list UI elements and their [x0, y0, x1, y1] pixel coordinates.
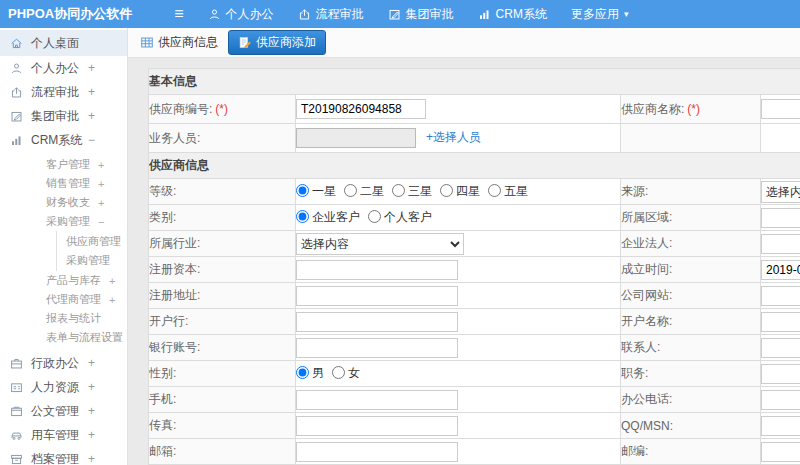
sidebar-item-process-approval[interactable]: 流程审批+	[0, 80, 127, 104]
topnav-label: 个人办公	[226, 6, 274, 23]
field-label: 所属区域:	[621, 210, 672, 224]
select-person-link[interactable]: +选择人员	[426, 130, 481, 144]
expand-toggle[interactable]: +	[88, 380, 95, 394]
tab-supplier-add[interactable]: 供应商添加	[228, 30, 326, 55]
field-label: 公司网站:	[621, 288, 672, 302]
expand-toggle[interactable]: +	[88, 404, 95, 418]
gender-radio[interactable]	[296, 366, 309, 379]
website-input[interactable]	[761, 286, 800, 306]
mobile-input[interactable]	[296, 390, 458, 410]
main-area: 供应商信息 供应商添加 基本信息供应商编号:(*)供应商名称:(*)业务人员:+…	[128, 28, 800, 465]
sidebar-subitem-purchase-mgmt-sub[interactable]: 采购管理	[57, 251, 127, 270]
expand-toggle[interactable]: +	[88, 452, 95, 465]
sidebar-item-personal-office[interactable]: 个人办公+	[0, 56, 127, 80]
level-radio-option[interactable]: 四星	[440, 184, 480, 198]
industry-select[interactable]: 选择内容	[296, 233, 464, 255]
car-icon	[10, 429, 24, 442]
sidebar-item-document-mgmt[interactable]: 公文管理+	[0, 399, 127, 423]
topnav-group-approval[interactable]: 集团审批	[388, 6, 454, 23]
sidebar-subitem-sales-mgmt[interactable]: 销售管理+	[0, 174, 127, 193]
expand-toggle[interactable]: +	[88, 85, 95, 99]
tab-supplier-info[interactable]: 供应商信息	[140, 34, 218, 51]
sidebar-subitem-supplier-mgmt[interactable]: 供应商管理	[57, 232, 127, 251]
sidebar-item-admin-office[interactable]: 行政办公+	[0, 351, 127, 375]
category-radio[interactable]	[296, 210, 309, 223]
level-radio-option[interactable]: 五星	[488, 184, 528, 198]
sidebar-subitem-agent-mgmt[interactable]: 代理商管理+	[0, 290, 127, 309]
topnav-crm-system[interactable]: CRM系统	[478, 6, 547, 23]
expand-toggle[interactable]: +	[88, 428, 95, 442]
office-phone-input[interactable]	[761, 390, 800, 410]
level-radio[interactable]	[344, 184, 357, 197]
section-title-cell: 供应商信息	[149, 153, 800, 179]
expand-toggle[interactable]: +	[88, 356, 95, 370]
sidebar-subitem-finance[interactable]: 财务收支+	[0, 193, 127, 212]
expand-toggle[interactable]: +	[88, 61, 95, 75]
sidebar-subitem-reports-stats[interactable]: 报表与统计	[0, 309, 127, 328]
qq-msn-input[interactable]	[761, 416, 800, 436]
bank-account-input[interactable]	[296, 338, 458, 358]
region-input[interactable]	[761, 208, 800, 228]
field-label: 注册资本:	[149, 262, 200, 276]
level-radio-option[interactable]: 二星	[344, 184, 384, 198]
level-radio[interactable]	[488, 184, 501, 197]
expand-toggle[interactable]: +	[98, 159, 104, 171]
position-input[interactable]	[761, 364, 800, 384]
topnav-process-approval[interactable]: 流程审批	[298, 6, 364, 23]
menu-toggle-icon[interactable]: ≡	[174, 6, 183, 22]
level-radio[interactable]	[392, 184, 405, 197]
email-input[interactable]	[296, 442, 458, 462]
sidebar-subitem-customer-mgmt[interactable]: 客户管理+	[0, 155, 127, 174]
topnav-more-apps[interactable]: 更多应用▾	[571, 6, 629, 23]
category-radio[interactable]	[368, 210, 381, 223]
level-radio[interactable]	[440, 184, 453, 197]
expand-toggle[interactable]: −	[98, 216, 104, 228]
archive-icon	[10, 453, 24, 465]
source-select[interactable]: 选择内容	[761, 181, 800, 203]
gender-radio-option[interactable]: 男	[296, 366, 324, 380]
form-section-header: 供应商信息	[149, 153, 800, 179]
expand-toggle[interactable]: +	[98, 197, 104, 209]
top-nav: 个人办公流程审批集团审批CRM系统更多应用▾	[184, 6, 629, 23]
bank-branch-input[interactable]	[296, 312, 458, 332]
expand-toggle[interactable]: +	[88, 109, 95, 123]
sidebar-item-hr[interactable]: 人力资源+	[0, 375, 127, 399]
gender-radio-option[interactable]: 女	[332, 366, 360, 380]
topnav-personal-office[interactable]: 个人办公	[208, 6, 274, 23]
supplier-name-input[interactable]	[761, 99, 800, 119]
level-radio-option[interactable]: 三星	[392, 184, 432, 198]
expand-toggle[interactable]: +	[109, 275, 115, 287]
expand-toggle[interactable]: +	[109, 294, 115, 306]
contact-person-input[interactable]	[761, 338, 800, 358]
expand-toggle[interactable]: +	[98, 178, 104, 190]
category-radio-option[interactable]: 个人客户	[368, 210, 432, 224]
zipcode-input[interactable]	[761, 442, 800, 462]
sidebar-item-personal-desktop[interactable]: 个人桌面	[0, 30, 127, 56]
category-radio-option[interactable]: 企业客户	[296, 210, 360, 224]
sidebar-item-vehicle-mgmt[interactable]: 用车管理+	[0, 423, 127, 447]
registered-address-input[interactable]	[296, 286, 458, 306]
sidebar-item-crm-system[interactable]: CRM系统−	[0, 128, 127, 152]
field-label: 等级:	[149, 184, 176, 198]
sidebar-subitem-form-flow-settings[interactable]: 表单与流程设置+	[0, 328, 127, 347]
user-icon	[10, 62, 24, 75]
sidebar-item-archive-mgmt[interactable]: 档案管理+	[0, 447, 127, 465]
fax-input[interactable]	[296, 416, 458, 436]
legal-person-input[interactable]	[761, 234, 800, 254]
account-name-input[interactable]	[761, 312, 800, 332]
sidebar-subitem-purchase-mgmt[interactable]: 采购管理−	[0, 212, 127, 231]
founded-date-input[interactable]	[761, 260, 800, 280]
field-label-cell: 传真:	[149, 413, 296, 439]
sidebar-subitem-product-inventory[interactable]: 产品与库存+	[0, 271, 127, 290]
field-label-cell: 成立时间:	[621, 257, 761, 283]
level-radio[interactable]	[296, 184, 309, 197]
sidebar-item-group-approval[interactable]: 集团审批+	[0, 104, 127, 128]
field-cell	[761, 309, 800, 335]
supplier-code-input[interactable]	[296, 99, 426, 119]
briefcase-icon	[10, 357, 24, 370]
level-radio-option[interactable]: 一星	[296, 184, 336, 198]
expand-toggle[interactable]: −	[88, 133, 95, 147]
gender-radio[interactable]	[332, 366, 345, 379]
staff-picker-input[interactable]	[296, 128, 416, 148]
registered-capital-input[interactable]	[296, 260, 458, 280]
